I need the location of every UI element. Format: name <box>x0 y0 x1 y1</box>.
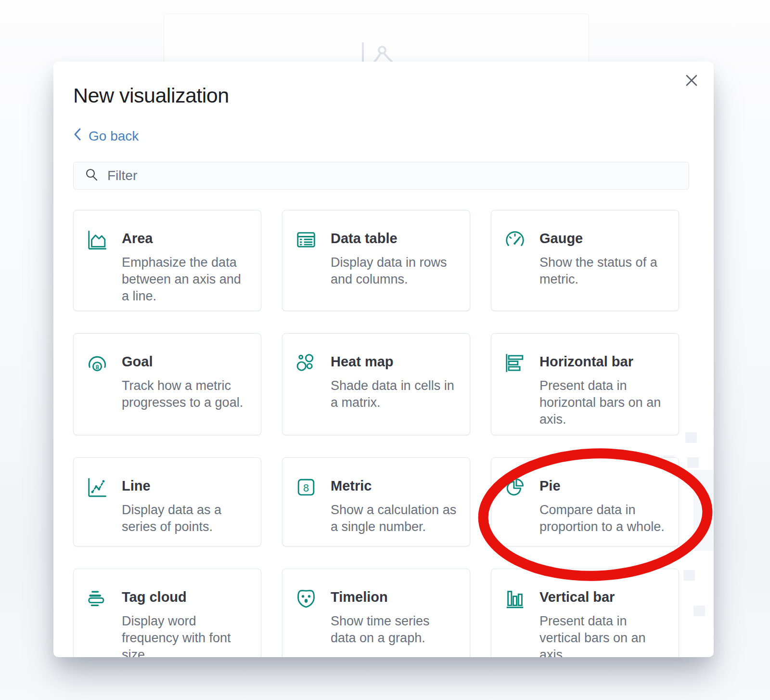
close-icon <box>684 73 699 89</box>
heat-map-icon <box>295 352 317 374</box>
card-description: Compare data in proportion to a whole. <box>539 502 666 535</box>
data-table-icon <box>295 229 317 251</box>
goal-icon: 8 <box>86 352 108 374</box>
gauge-icon <box>504 229 526 251</box>
card-title: Pie <box>539 475 666 494</box>
card-metric[interactable]: 8 Metric Show a calculation as a single … <box>282 457 470 546</box>
card-title: Tag cloud <box>122 586 248 605</box>
card-title: Gauge <box>539 228 666 246</box>
card-tag-cloud[interactable]: Tag cloud Display word frequency with fo… <box>73 569 261 657</box>
page-background: { "modal": { "title": "New visualization… <box>0 0 770 700</box>
tag-cloud-icon <box>86 587 108 609</box>
card-vertical-bar[interactable]: Vertical bar Present data in vertical ba… <box>491 569 679 657</box>
card-title: Metric <box>331 475 457 494</box>
card-area[interactable]: Area Emphasize the data between an axis … <box>73 210 261 311</box>
card-description: Show a calculation as a single number. <box>331 502 457 535</box>
line-chart-icon <box>86 476 108 498</box>
card-goal[interactable]: 8 Goal Track how a metric progresses to … <box>73 333 261 435</box>
card-title: Line <box>122 475 248 494</box>
visualization-card-grid: Area Emphasize the data between an axis … <box>73 210 680 657</box>
card-data-table[interactable]: Data table Display data in rows and colu… <box>282 210 470 311</box>
filter-input[interactable] <box>107 162 689 189</box>
area-chart-icon <box>86 229 108 251</box>
pie-chart-icon <box>504 476 526 498</box>
card-description: Emphasize the data between an axis and a… <box>122 254 248 305</box>
metric-icon: 8 <box>295 476 317 498</box>
card-timelion[interactable]: Timelion Show time series data on a grap… <box>282 569 470 657</box>
card-line[interactable]: Line Display data as a series of points. <box>73 457 261 546</box>
vertical-bar-icon <box>504 587 526 609</box>
timelion-icon <box>295 587 317 609</box>
horizontal-bar-icon <box>504 352 526 374</box>
card-description: Display data as a series of points. <box>122 502 248 535</box>
card-heat-map[interactable]: Heat map Shade data in cells in a matrix… <box>282 333 470 435</box>
card-gauge[interactable]: Gauge Show the status of a metric. <box>491 210 679 311</box>
chevron-left-icon <box>73 128 82 144</box>
search-icon <box>84 167 100 184</box>
svg-text:8: 8 <box>95 363 99 371</box>
svg-text:8: 8 <box>303 482 309 494</box>
card-title: Heat map <box>331 351 457 370</box>
card-title: Area <box>122 228 248 246</box>
go-back-link[interactable]: Go back <box>73 128 139 144</box>
card-title: Vertical bar <box>539 586 666 605</box>
card-description: Track how a metric progresses to a goal. <box>122 377 248 411</box>
card-description: Display word frequency with font size. <box>122 613 248 657</box>
go-back-label: Go back <box>89 129 139 144</box>
close-button[interactable] <box>678 67 705 94</box>
card-title: Horizontal bar <box>539 351 666 370</box>
new-visualization-modal: New visualization Go back Area Emphas <box>53 62 714 657</box>
card-pie[interactable]: Pie Compare data in proportion to a whol… <box>491 457 679 546</box>
card-title: Timelion <box>331 586 457 605</box>
card-description: Present data in horizontal bars on an ax… <box>539 377 666 428</box>
card-horizontal-bar[interactable]: Horizontal bar Present data in horizonta… <box>491 333 679 435</box>
filter-field <box>73 162 689 190</box>
card-description: Shade data in cells in a matrix. <box>331 377 457 411</box>
card-description: Present data in vertical bars on an axis… <box>539 613 666 657</box>
card-description: Show the status of a metric. <box>539 254 666 288</box>
card-description: Display data in rows and columns. <box>331 254 457 288</box>
card-title: Goal <box>122 351 248 370</box>
card-title: Data table <box>331 228 457 246</box>
page-title: New visualization <box>73 84 694 107</box>
card-description: Show time series data on a graph. <box>331 613 457 647</box>
